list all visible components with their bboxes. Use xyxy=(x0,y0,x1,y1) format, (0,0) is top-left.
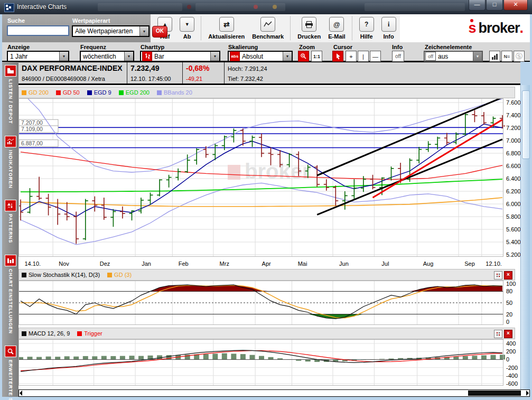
legend-entry: MACD 12, 26, 9 xyxy=(22,330,70,337)
splits-button[interactable]: Ⓢ xyxy=(514,51,525,62)
zoom-tool-button[interactable] xyxy=(298,51,309,62)
sidebar-item-listen-depot[interactable]: LISTEN / DEPOT xyxy=(5,65,16,124)
crosshair-cursor-button[interactable]: + xyxy=(346,51,357,62)
time-axis-label: Feb xyxy=(179,261,189,267)
cursor-arrow-button[interactable] xyxy=(332,51,343,62)
ghost-icon-dot xyxy=(254,5,258,9)
window-title: Interactive Charts xyxy=(17,3,67,11)
ok-button[interactable]: OK xyxy=(152,26,167,38)
time-axis-label: Dez xyxy=(100,261,110,267)
svg-text:200: 200 xyxy=(506,348,516,355)
change-absolute: -49,21 xyxy=(186,76,221,82)
chevron-down-icon[interactable]: ▼ xyxy=(124,52,133,61)
vertical-scrollbar-thumb[interactable] xyxy=(522,90,530,159)
hilfe-button[interactable]: ? Hilfe xyxy=(359,17,374,40)
info-button[interactable]: i Info xyxy=(381,17,396,40)
info-off-button[interactable]: off xyxy=(392,51,404,62)
benchmark-button[interactable]: Benchmark xyxy=(252,17,284,40)
horizontal-line-cursor-button[interactable]: — xyxy=(370,51,381,62)
horizontal-scrollbar[interactable] xyxy=(18,389,530,397)
time-axis: 14.10.NovDezJanFebMrzAprMaiJunJulAugSep1… xyxy=(18,259,520,269)
macd-legend: MACD 12, 26, 9Trigger × xyxy=(18,328,515,339)
main-toolbar: Suche Wertpapierart Alle Wertpapierarten… xyxy=(2,14,530,43)
panel-settings-icon[interactable] xyxy=(494,330,502,338)
instrument-id: 846900 / DE0008469008 / Xetra xyxy=(22,76,124,82)
sidebar-item-patterns[interactable]: PATTERNS xyxy=(5,200,16,243)
chart-toolbar: Anzeige 1 Jahr ▼ Frequenz wöchentlich ▼ … xyxy=(2,42,530,62)
time-axis-label: Nov xyxy=(59,261,69,267)
maximize-button[interactable]: □ xyxy=(486,0,503,11)
skalierung-dropdown[interactable]: abs Absolut ▼ xyxy=(228,51,293,62)
zeichenelemente-value: aus xyxy=(436,53,473,60)
legend-swatch xyxy=(56,90,61,95)
anzeige-value: 1 Jahr xyxy=(8,53,59,60)
minimize-button[interactable]: — xyxy=(469,0,486,11)
zeichenelemente-dropdown[interactable]: off aus ▼ xyxy=(424,51,483,62)
security-type-label: Wertpapierart xyxy=(72,17,110,24)
legend-entry: GD (3) xyxy=(107,272,132,278)
scroll-left-icon[interactable] xyxy=(20,390,22,396)
stochastic-panel: Slow Stochastik K(14), D(3)GD (3) × 1008… xyxy=(18,269,520,327)
horizontal-line-icon: — xyxy=(372,53,378,60)
stochastic-legend: Slow Stochastik K(14), D(3)GD (3) × xyxy=(18,269,515,281)
close-button[interactable]: ✕ xyxy=(503,0,528,11)
chevron-down-icon[interactable]: ▼ xyxy=(139,26,148,36)
macd-chart[interactable]: 4002000-200-400-600 xyxy=(18,339,520,388)
svg-text:0: 0 xyxy=(506,356,509,362)
svg-text:400: 400 xyxy=(506,340,516,347)
frequenz-dropdown[interactable]: wöchentlich ▼ xyxy=(80,51,134,62)
ab-button[interactable]: ▼ Ab xyxy=(180,17,194,40)
legend-entry: GD 50 xyxy=(56,89,80,96)
vertical-line-cursor-button[interactable]: | xyxy=(358,51,369,62)
chevron-down-icon[interactable]: ▼ xyxy=(59,52,68,61)
legend-entry: EGD 9 xyxy=(87,89,111,96)
search-label: Suche xyxy=(7,17,25,24)
anzeige-dropdown[interactable]: 1 Jahr ▼ xyxy=(7,51,69,62)
zoom-ratio-button[interactable]: 1:1 xyxy=(311,51,322,62)
sidebar-item-indikatoren[interactable]: INDIKATOREN xyxy=(5,136,16,189)
instrument-cell: DAX PERFORMANCE-INDEX 846900 / DE0008469… xyxy=(18,62,127,83)
security-type-dropdown[interactable]: Alle Wertpapierarten ▼ xyxy=(72,25,150,37)
time-axis-label: Aug xyxy=(423,261,434,267)
stochastic-chart[interactable]: 1008050200 xyxy=(18,281,520,327)
svg-text:-200: -200 xyxy=(506,365,518,371)
horizontal-scrollbar-thumb[interactable] xyxy=(468,390,521,396)
panel-settings-icon[interactable] xyxy=(494,271,502,280)
svg-text:-400: -400 xyxy=(506,373,518,379)
price-chart[interactable]: 7.6007.4007.2007.0006.8006.6006.4006.200… xyxy=(18,98,520,259)
sidebar-item-chart-einstellungen[interactable]: CHART EINSTELLUNGEN xyxy=(5,255,16,334)
skalierung-value: Absolut xyxy=(240,53,283,60)
background-window-ghost xyxy=(195,3,285,11)
panel-close-icon[interactable]: × xyxy=(504,271,512,280)
news-button[interactable]: N≡ xyxy=(501,51,512,62)
aktualisieren-button[interactable]: ⇄ Aktualisieren xyxy=(208,17,245,40)
chevron-down-icon[interactable]: ▼ xyxy=(210,52,219,61)
drucken-button[interactable]: Drucken xyxy=(297,17,321,40)
news-icon: N≡ xyxy=(504,54,510,59)
svg-text:7.000: 7.000 xyxy=(506,137,520,144)
charttyp-dropdown[interactable]: Bar ▼ xyxy=(140,51,220,62)
panel-close-icon[interactable]: × xyxy=(504,330,512,338)
time-axis-label: 14.10. xyxy=(25,261,41,267)
svg-text:6.600: 6.600 xyxy=(506,163,520,169)
magnifier-icon xyxy=(300,53,307,60)
scroll-right-icon[interactable] xyxy=(526,390,529,396)
charttyp-label: Charttyp xyxy=(141,44,164,50)
patterns-icon xyxy=(7,202,14,209)
search-input[interactable] xyxy=(7,25,69,36)
email-button[interactable]: @ E-Mail xyxy=(328,17,345,40)
toolbar-separator xyxy=(352,16,353,40)
vertical-scrollbar[interactable] xyxy=(520,85,530,389)
chevron-down-icon[interactable]: ▼ xyxy=(473,52,482,61)
volume-chart-button[interactable] xyxy=(489,51,500,62)
legend-entry: GD 200 xyxy=(22,89,49,96)
legend-swatch xyxy=(157,90,162,95)
legend-entry: BBands 20 xyxy=(157,89,192,96)
at-icon: @ xyxy=(333,21,340,29)
title-bar: Interactive Charts — □ ✕ xyxy=(0,0,532,14)
time-axis-label: Sep xyxy=(464,261,475,267)
svg-text:0: 0 xyxy=(506,319,509,325)
sidebar-item-erweiterte-suche[interactable]: ERWEITERTE SUCHE xyxy=(5,346,16,400)
chevron-down-icon[interactable]: ▼ xyxy=(283,52,292,61)
change-percent: -0,68% xyxy=(186,64,221,72)
